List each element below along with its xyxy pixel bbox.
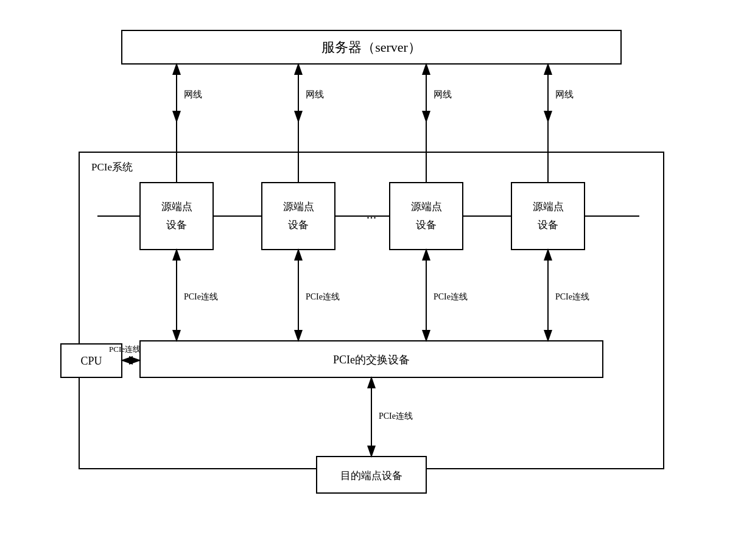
src3-line2: 设备 <box>416 219 437 231</box>
src2-line2: 设备 <box>288 219 309 231</box>
dest-device-label: 目的端点设备 <box>340 470 402 481</box>
pcie-label-1: PCIe连线 <box>184 292 218 301</box>
src2-line1: 源端点 <box>283 201 314 212</box>
src1-line1: 源端点 <box>161 201 192 212</box>
pcie-switch-label: PCIe的交换设备 <box>333 354 410 366</box>
src4-line2: 设备 <box>538 219 558 231</box>
pcie-cpu-label: PCIe连线 <box>109 345 141 354</box>
pcie-label-4: PCIe连线 <box>555 292 589 301</box>
network-label-1: 网线 <box>184 89 202 99</box>
network-label-2: 网线 <box>306 89 324 99</box>
diagram-container: 服务器（server） PCIe系统 源端点 设备 源端点 设备 ··· 源端点… <box>43 18 712 542</box>
pcie-label-3: PCIe连线 <box>434 292 468 301</box>
pcie-dest-label: PCIe连线 <box>379 411 413 421</box>
server-label: 服务器（server） <box>321 40 421 55</box>
source-device-2 <box>262 183 335 250</box>
network-label-4: 网线 <box>555 89 574 99</box>
source-device-1 <box>140 183 213 250</box>
cpu-label: CPU <box>80 355 102 367</box>
network-label-3: 网线 <box>434 89 452 99</box>
source-device-4 <box>511 183 585 250</box>
architecture-diagram: 服务器（server） PCIe系统 源端点 设备 源端点 设备 ··· 源端点… <box>43 18 712 542</box>
src3-line1: 源端点 <box>411 201 442 212</box>
pcie-system-label: PCIe系统 <box>91 161 133 173</box>
src4-line1: 源端点 <box>533 201 564 212</box>
pcie-label-2: PCIe连线 <box>306 292 340 301</box>
src1-line2: 设备 <box>166 219 187 231</box>
ellipsis: ··· <box>367 210 377 225</box>
source-device-3 <box>390 183 463 250</box>
